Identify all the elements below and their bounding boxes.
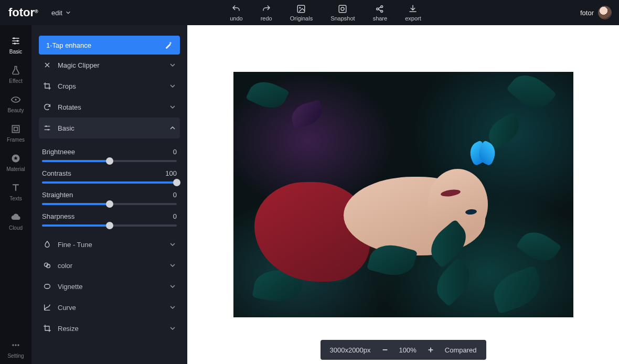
tool-label: Vignette [58, 283, 163, 291]
tool-magic-clipper[interactable]: Magic Clipper [39, 55, 180, 76]
slider-track[interactable] [42, 203, 177, 205]
mode-selector[interactable]: edit [51, 9, 71, 17]
slider-label: Brightneee [42, 148, 75, 156]
curve-icon [43, 303, 51, 312]
crop-icon [43, 82, 51, 90]
vignette-icon [43, 282, 51, 291]
redo-label: redo [261, 15, 272, 22]
svg-point-15 [15, 344, 16, 346]
one-tap-enhance-button[interactable]: 1-Tap enhance [39, 36, 180, 55]
flask-icon [10, 65, 21, 76]
chevron-down-icon [169, 104, 176, 110]
slider-knob[interactable] [173, 179, 180, 186]
rail-item-texts[interactable]: Texts [0, 177, 31, 207]
image-dimensions: 3000x2000px [329, 346, 370, 354]
basic-sliders: Brightneee 0 Contrasts 100 [39, 138, 180, 234]
rail-item-material[interactable]: Material [0, 148, 31, 177]
slider-value: 0 [173, 148, 177, 156]
app-header: fotor® edit undo redo Originals Snapshot [0, 0, 619, 25]
category-rail: Basic Effect Beauty Frames Material Text… [0, 25, 31, 364]
tool-resize[interactable]: Resize [39, 318, 180, 339]
svg-rect-12 [14, 127, 18, 131]
slider-track[interactable] [42, 160, 177, 162]
rail-item-basic[interactable]: Basic [0, 30, 31, 60]
svg-point-18 [48, 129, 49, 131]
tool-label: Fine - Tune [58, 241, 163, 249]
rail-label: Cloud [9, 225, 23, 231]
slider-sharpness: Sharpness 0 [42, 212, 177, 227]
svg-rect-0 [298, 5, 305, 13]
originals-button[interactable]: Originals [290, 4, 313, 22]
redo-button[interactable]: redo [261, 4, 272, 22]
rail-item-beauty[interactable]: Beauty [0, 89, 31, 119]
text-icon [10, 183, 21, 193]
chevron-down-icon [169, 283, 176, 290]
tool-fine-tune[interactable]: Fine - Tune [39, 234, 180, 255]
originals-label: Originals [290, 15, 313, 22]
slider-label: Contrasts [42, 169, 71, 177]
tool-crops[interactable]: Crops [39, 76, 180, 97]
tool-color[interactable]: color [39, 255, 180, 276]
tool-label: Crops [58, 82, 163, 90]
slider-track[interactable] [42, 224, 177, 227]
share-icon [375, 4, 385, 14]
slider-brightness: Brightneee 0 [42, 148, 177, 162]
export-button[interactable]: export [405, 4, 421, 22]
share-button[interactable]: share [373, 4, 388, 22]
undo-button[interactable]: undo [230, 4, 242, 22]
tool-label: Basic [58, 124, 163, 132]
share-label: share [373, 15, 388, 22]
logo-text: fotor [8, 6, 35, 19]
snapshot-button[interactable]: Snapshot [330, 4, 355, 22]
chevron-up-icon [169, 125, 176, 131]
top-actions: undo redo Originals Snapshot share expor… [71, 4, 580, 22]
chevron-down-icon [169, 241, 176, 248]
rail-item-cloud[interactable]: Cloud [0, 207, 31, 236]
slider-knob[interactable] [106, 157, 113, 165]
magic-wand-icon [164, 41, 173, 49]
zoom-out-button[interactable] [381, 346, 389, 354]
dots-icon [10, 340, 21, 350]
canvas-area: 3000x2000px 100% Compared [187, 25, 619, 364]
rail-label: Material [6, 166, 25, 172]
eye-icon [10, 94, 21, 105]
tool-vignette[interactable]: Vignette [39, 276, 180, 297]
undo-label: undo [230, 15, 242, 22]
svg-rect-2 [339, 5, 347, 13]
rail-item-effect[interactable]: Effect [0, 60, 31, 89]
svg-point-3 [341, 7, 344, 10]
tool-basic[interactable]: Basic [39, 117, 180, 138]
slider-value: 100 [165, 169, 177, 177]
user-area[interactable]: fotor [580, 6, 619, 19]
chevron-down-icon [66, 10, 71, 15]
slider-straighten: Straighten 0 [42, 191, 177, 205]
slider-value: 0 [173, 191, 177, 199]
compared-button[interactable]: Compared [445, 346, 477, 354]
slider-value: 0 [173, 212, 177, 220]
resize-icon [43, 324, 51, 333]
tool-label: Magic Clipper [58, 61, 163, 69]
rail-item-setting[interactable]: Setting [0, 335, 31, 364]
zoom-in-button[interactable] [427, 346, 434, 354]
svg-rect-11 [12, 125, 19, 132]
slider-knob[interactable] [106, 200, 113, 208]
cloud-icon [10, 212, 21, 222]
sliders-icon [10, 36, 21, 46]
chevron-down-icon [169, 262, 176, 269]
slider-contrast: Contrasts 100 [42, 169, 177, 184]
canvas[interactable] [187, 25, 619, 364]
rail-item-frames[interactable]: Frames [0, 119, 31, 148]
slider-track[interactable] [42, 181, 177, 184]
slider-knob[interactable] [106, 222, 113, 229]
avatar [598, 6, 612, 19]
svg-point-7 [13, 37, 15, 39]
svg-point-1 [300, 7, 301, 8]
tool-curve[interactable]: Curve [39, 297, 180, 318]
tool-rotates[interactable]: Rotates [39, 97, 180, 117]
svg-rect-21 [45, 284, 50, 288]
chevron-down-icon [169, 62, 176, 68]
rotate-icon [43, 103, 51, 111]
mode-label: edit [51, 9, 62, 17]
undo-icon [231, 4, 241, 14]
plus-icon [427, 346, 434, 354]
